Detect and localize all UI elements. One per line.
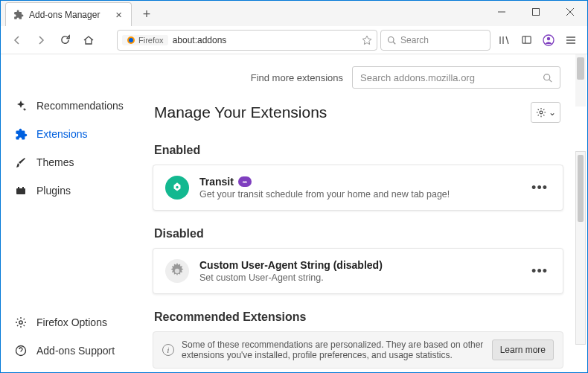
extension-name: Custom User-Agent String (disabled)	[199, 259, 383, 271]
info-icon: i	[162, 344, 174, 356]
extension-name: Transit	[199, 176, 234, 188]
titlebar: Add-ons Manager × +	[1, 1, 587, 26]
info-text: Some of these recommendations are person…	[182, 339, 485, 360]
svg-rect-18	[16, 188, 25, 194]
gear-icon	[536, 107, 546, 118]
sparkle-icon	[14, 99, 28, 112]
sidebar: Recommendations Extensions Themes Plugin…	[1, 54, 150, 372]
svg-point-5	[129, 38, 133, 42]
identity-box[interactable]: Firefox	[122, 35, 168, 45]
svg-rect-11	[522, 36, 530, 43]
svg-point-23	[544, 74, 550, 80]
search-addons-placeholder: Search addons.mozilla.org	[360, 72, 475, 83]
svg-rect-20	[22, 187, 24, 188]
browser-tab[interactable]: Add-ons Manager ×	[5, 2, 132, 26]
brush-icon	[14, 156, 28, 169]
section-enabled: Enabled	[150, 130, 578, 165]
scrollbar[interactable]	[575, 54, 586, 106]
search-placeholder: Search	[400, 35, 429, 45]
url-text: about:addons	[173, 35, 227, 45]
sidebar-item-label: Add-ons Support	[36, 345, 115, 357]
firefox-icon	[127, 36, 135, 45]
find-more-label: Find more extensions	[251, 72, 343, 83]
sidebar-item-plugins[interactable]: Plugins	[1, 176, 150, 205]
puzzle-icon	[14, 127, 28, 141]
svg-line-24	[549, 79, 552, 81]
svg-point-26	[176, 186, 178, 188]
learn-more-button[interactable]: Learn more	[492, 339, 554, 360]
search-bar[interactable]: Search	[380, 30, 490, 51]
url-bar[interactable]: Firefox about:addons	[117, 30, 377, 51]
extension-description: Set custom User-Agent string.	[199, 272, 518, 283]
tab-title: Add-ons Manager	[29, 10, 100, 20]
svg-point-21	[19, 321, 22, 324]
library-button[interactable]	[493, 30, 514, 51]
tools-menu-button[interactable]: ⌄	[531, 102, 560, 123]
extension-card-custom-ua[interactable]: Custom User-Agent String (disabled) Set …	[153, 248, 563, 294]
sidebar-firefox-options[interactable]: Firefox Options	[1, 308, 150, 337]
gear-icon	[165, 259, 189, 283]
new-tab-button[interactable]: +	[136, 4, 157, 25]
svg-point-6	[389, 36, 394, 42]
section-recommended: Recommended Extensions	[150, 297, 578, 331]
sidebar-item-themes[interactable]: Themes	[1, 148, 150, 176]
help-icon	[14, 344, 28, 357]
svg-line-7	[393, 42, 395, 44]
sidebar-item-label: Extensions	[36, 128, 87, 140]
extension-card-transit[interactable]: Transit ∞ Get your transit schedule from…	[153, 165, 563, 211]
bookmark-star-icon[interactable]	[362, 35, 372, 45]
maximize-button[interactable]	[519, 1, 553, 23]
sidebar-addons-support[interactable]: Add-ons Support	[1, 337, 150, 365]
identity-label: Firefox	[138, 36, 164, 45]
info-bar: i Some of these recommendations are pers…	[153, 331, 563, 369]
sidebar-item-recommendations[interactable]: Recommendations	[1, 92, 150, 120]
more-options-button[interactable]: •••	[528, 264, 551, 279]
svg-rect-1	[533, 9, 540, 16]
nav-toolbar: Firefox about:addons Search	[1, 26, 587, 54]
content-area: Recommendations Extensions Themes Plugin…	[1, 54, 587, 372]
sidebar-button[interactable]	[516, 30, 537, 51]
find-more-row: Find more extensions Search addons.mozil…	[150, 54, 578, 102]
sidebar-item-label: Plugins	[36, 185, 71, 197]
section-disabled: Disabled	[150, 214, 578, 248]
plugin-icon	[14, 184, 28, 197]
puzzle-icon	[13, 10, 24, 20]
more-options-button[interactable]: •••	[528, 180, 551, 196]
chevron-down-icon: ⌄	[549, 107, 556, 118]
home-button[interactable]	[78, 30, 99, 51]
svg-point-14	[547, 36, 550, 39]
sidebar-item-label: Firefox Options	[36, 316, 107, 328]
search-addons-input[interactable]: Search addons.mozilla.org	[352, 66, 560, 89]
minimize-button[interactable]	[485, 1, 519, 23]
search-icon	[387, 36, 396, 45]
transit-icon	[165, 176, 189, 200]
scrollbar[interactable]	[575, 151, 586, 345]
back-button[interactable]	[7, 30, 28, 51]
svg-rect-19	[18, 187, 19, 188]
account-button[interactable]	[538, 30, 559, 51]
reload-button[interactable]	[54, 30, 75, 51]
svg-line-10	[506, 36, 508, 44]
sidebar-item-label: Themes	[36, 156, 74, 168]
gear-icon	[14, 316, 28, 329]
close-window-button[interactable]	[553, 1, 587, 23]
sidebar-item-extensions[interactable]: Extensions	[1, 120, 150, 148]
tab-close-icon[interactable]: ×	[112, 8, 125, 21]
search-icon	[543, 73, 552, 83]
svg-point-28	[175, 269, 179, 273]
forward-button[interactable]	[31, 30, 51, 51]
svg-point-25	[540, 111, 543, 114]
sidebar-item-label: Recommendations	[36, 100, 124, 112]
menu-button[interactable]	[560, 30, 581, 51]
window-controls	[485, 1, 587, 23]
page-title: Manage Your Extensions	[154, 103, 327, 121]
main-panel: Find more extensions Search addons.mozil…	[150, 54, 587, 372]
extension-description: Get your transit schedule from your home…	[199, 189, 518, 200]
recommended-badge-icon: ∞	[238, 176, 252, 187]
